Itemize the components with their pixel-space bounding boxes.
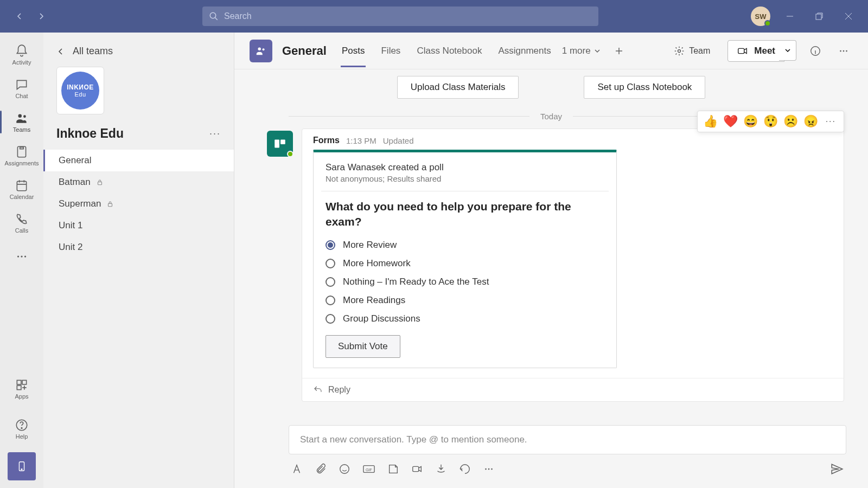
svg-rect-1 bbox=[816, 14, 821, 20]
loop-icon[interactable] bbox=[459, 463, 471, 475]
post-status: Updated bbox=[383, 136, 414, 145]
channel-label: Unit 1 bbox=[59, 220, 82, 231]
team-logo[interactable]: INKИOE Edu bbox=[56, 67, 104, 114]
gif-icon[interactable]: GIF bbox=[362, 463, 375, 475]
rail-chat[interactable]: Chat bbox=[0, 72, 43, 105]
chat-icon bbox=[15, 78, 29, 92]
poll-option[interactable]: More Readings bbox=[326, 295, 604, 306]
rail-calendar[interactable]: Calendar bbox=[0, 172, 43, 206]
svg-point-8 bbox=[24, 255, 26, 257]
presence-indicator bbox=[287, 151, 293, 157]
svg-point-25 bbox=[846, 50, 847, 52]
window-close-button[interactable] bbox=[839, 7, 858, 26]
rail-mobile-button[interactable] bbox=[8, 452, 36, 480]
radio-button bbox=[326, 296, 335, 305]
meet-dropdown-button[interactable] bbox=[779, 40, 796, 61]
upload-materials-button[interactable]: Upload Class Materials bbox=[397, 76, 519, 99]
poll-option[interactable]: More Homework bbox=[326, 258, 604, 269]
rail-assignments[interactable]: Assignments bbox=[0, 139, 43, 172]
content-area: General PostsFilesClass NotebookAssignme… bbox=[234, 33, 868, 488]
svg-point-18 bbox=[258, 47, 261, 50]
reaction-emoji[interactable]: 😄 bbox=[743, 114, 758, 129]
send-button[interactable] bbox=[830, 462, 844, 476]
channel-label: General bbox=[59, 155, 91, 166]
calendar-icon bbox=[15, 178, 29, 192]
forms-post: Forms 1:13 PM Updated Sara Wanasek creat… bbox=[267, 129, 844, 402]
submit-vote-button[interactable]: Submit Vote bbox=[326, 335, 400, 358]
radio-button bbox=[326, 277, 335, 287]
emoji-icon[interactable] bbox=[339, 463, 350, 475]
format-icon[interactable] bbox=[291, 463, 303, 475]
team-info-button[interactable]: Team bbox=[666, 42, 718, 60]
phone-icon bbox=[15, 212, 29, 226]
meet-now-icon[interactable] bbox=[411, 463, 423, 475]
window-minimize-button[interactable] bbox=[780, 7, 800, 26]
user-avatar[interactable]: SW bbox=[751, 7, 770, 26]
meet-button[interactable]: Meet bbox=[727, 40, 784, 62]
reaction-emoji[interactable]: 😠 bbox=[803, 114, 818, 129]
window-maximize-button[interactable] bbox=[809, 7, 829, 26]
reaction-emoji[interactable]: 👍 bbox=[703, 114, 718, 129]
stream-icon[interactable] bbox=[435, 463, 447, 475]
rail-activity[interactable]: Activity bbox=[0, 38, 43, 72]
reaction-emoji[interactable]: 😲 bbox=[763, 114, 778, 129]
team-more-button[interactable]: ··· bbox=[209, 128, 221, 139]
chevron-left-icon bbox=[56, 47, 65, 56]
header-more-button[interactable] bbox=[834, 42, 853, 60]
channel-sidebar: All teams INKИOE Edu Inknoe Edu ··· Gene… bbox=[43, 33, 234, 488]
poll-option[interactable]: Nothing – I'm Ready to Ace the Test bbox=[326, 277, 604, 287]
titlebar: SW bbox=[0, 0, 868, 33]
compose-input[interactable]: Start a new conversation. Type @ to ment… bbox=[289, 425, 846, 454]
reaction-more-button[interactable]: ··· bbox=[824, 117, 838, 126]
tab-more-dropdown[interactable]: 1 more bbox=[562, 46, 601, 56]
svg-rect-9 bbox=[17, 380, 21, 384]
rail-help[interactable]: Help bbox=[0, 412, 43, 446]
channel-tab[interactable]: Assignments bbox=[497, 35, 552, 67]
setup-notebook-button[interactable]: Set up Class Notebook bbox=[584, 76, 705, 99]
forms-icon bbox=[273, 137, 287, 151]
svg-point-19 bbox=[263, 48, 265, 50]
channel-item[interactable]: Batman bbox=[43, 171, 234, 193]
channel-item[interactable]: Unit 1 bbox=[43, 215, 234, 236]
presence-indicator bbox=[764, 20, 771, 27]
info-button[interactable] bbox=[806, 42, 825, 60]
tab-add-button[interactable] bbox=[614, 46, 624, 56]
reply-button[interactable]: Reply bbox=[302, 378, 844, 401]
all-teams-label: All teams bbox=[73, 46, 113, 57]
rail-calls[interactable]: Calls bbox=[0, 206, 43, 240]
channel-tab[interactable]: Posts bbox=[341, 35, 366, 67]
sticker-icon[interactable] bbox=[387, 463, 399, 475]
reaction-emoji[interactable]: ☹️ bbox=[783, 114, 798, 129]
post-app-name: Forms bbox=[313, 136, 340, 145]
search-input[interactable] bbox=[224, 11, 592, 21]
compose-more-icon[interactable] bbox=[483, 463, 495, 475]
rail-teams[interactable]: Teams bbox=[0, 105, 43, 139]
svg-point-33 bbox=[488, 468, 490, 470]
reaction-emoji[interactable]: ❤️ bbox=[723, 114, 738, 129]
poll-question: What do you need to help you prepare for… bbox=[326, 199, 604, 230]
search-box[interactable] bbox=[202, 7, 598, 26]
radio-button bbox=[326, 240, 335, 250]
app-rail: Activity Chat Teams Assignments Calendar… bbox=[0, 33, 43, 488]
channel-tab[interactable]: Files bbox=[380, 35, 401, 67]
rail-more[interactable] bbox=[0, 240, 43, 273]
attach-icon[interactable] bbox=[315, 463, 327, 475]
channel-item[interactable]: Superman bbox=[43, 193, 234, 215]
channel-tab[interactable]: Class Notebook bbox=[416, 35, 483, 67]
poll-option[interactable]: Group Discussions bbox=[326, 313, 604, 324]
nav-back-button[interactable] bbox=[11, 8, 28, 25]
rail-label: Help bbox=[16, 433, 28, 440]
poll-option[interactable]: More Review bbox=[326, 240, 604, 251]
reactions-bar: 👍❤️😄😲☹️😠··· bbox=[697, 111, 844, 132]
channel-item[interactable]: General bbox=[43, 150, 234, 171]
channel-item[interactable]: Unit 2 bbox=[43, 236, 234, 258]
svg-point-34 bbox=[491, 468, 493, 470]
search-icon bbox=[209, 11, 219, 21]
nav-forward-button[interactable] bbox=[33, 8, 50, 25]
team-avatar-icon bbox=[255, 45, 267, 57]
channel-avatar bbox=[250, 40, 272, 62]
chevron-down-icon bbox=[784, 47, 791, 54]
rail-apps[interactable]: Apps bbox=[0, 372, 43, 406]
all-teams-button[interactable]: All teams bbox=[43, 39, 234, 67]
lock-icon bbox=[106, 200, 114, 208]
